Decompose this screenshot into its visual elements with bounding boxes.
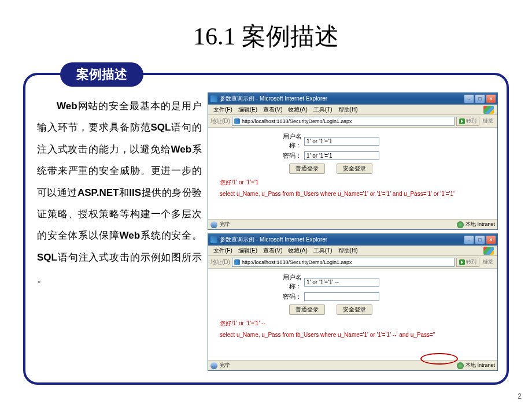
menu-help[interactable]: 帮助(H) (337, 106, 360, 114)
menu-file[interactable]: 文件(F) (212, 247, 234, 255)
close-button[interactable]: × (486, 235, 496, 244)
normal-login-button[interactable]: 普通登录 (289, 304, 325, 315)
address-bar: 地址(D) http://localhost:1038/SecurityDemo… (208, 115, 497, 128)
url-input[interactable]: http://localhost:1038/SecurityDemo/Login… (232, 258, 455, 267)
ie-window-1: 参数查询示例 - Microsoft Internet Explorer – □… (208, 92, 498, 230)
ie-icon (210, 236, 217, 243)
sql-output: select u_Name, u_Pass from tb_Users wher… (220, 190, 486, 198)
username-label: 用户名称： (272, 132, 304, 150)
close-button[interactable]: × (486, 94, 496, 103)
go-button[interactable]: 转到 (456, 258, 479, 267)
secure-login-button[interactable]: 安全登录 (337, 164, 372, 174)
username-input[interactable]: 1' or '1'='1 (304, 137, 379, 146)
sql-output: select u_Name, u_Pass from tb_Users wher… (220, 331, 486, 339)
greeting-text: 您好!1' or '1'='1' -- (220, 319, 486, 328)
username-input[interactable]: 1' or '1'='1' -- (304, 278, 379, 287)
menu-tools[interactable]: 工具(T) (312, 247, 334, 255)
zone-text: 本地 Intranet (466, 362, 495, 369)
go-icon (459, 259, 465, 265)
address-bar: 地址(D) http://localhost:1038/SecurityDemo… (208, 256, 497, 269)
menubar: 文件(F) 编辑(E) 查看(V) 收藏(A) 工具(T) 帮助(H) (208, 246, 497, 256)
url-text: http://localhost:1038/SecurityDemo/Login… (242, 259, 352, 265)
zone-text: 本地 Intranet (466, 221, 495, 228)
password-input[interactable] (304, 292, 379, 301)
greeting-text: 您好!1' or '1'='1 (220, 179, 486, 187)
window-title: 参数查询示例 - Microsoft Internet Explorer (220, 236, 327, 244)
username-label: 用户名称： (272, 273, 304, 291)
status-text: 完毕 (220, 362, 230, 369)
zone-icon (457, 221, 464, 228)
window-title: 参数查询示例 - Microsoft Internet Explorer (220, 95, 327, 103)
password-label: 密码： (272, 292, 304, 301)
slide-title: 16.1 案例描述 (0, 0, 532, 61)
menu-edit[interactable]: 编辑(E) (237, 247, 259, 255)
go-label: 转到 (466, 117, 476, 125)
secure-login-button[interactable]: 安全登录 (337, 304, 372, 315)
maximize-button[interactable]: □ (475, 94, 485, 103)
status-bar: 完毕 本地 Intranet (208, 360, 497, 370)
status-icon (210, 221, 217, 228)
menu-fav[interactable]: 收藏(A) (286, 106, 309, 114)
minimize-button[interactable]: – (464, 94, 474, 103)
page-number: 2 (518, 392, 522, 400)
password-label: 密码： (272, 151, 304, 160)
page-content: 用户名称： 1' or '1'='1' -- 密码： 普通登录 安全登录 您好!… (208, 269, 497, 360)
address-label: 地址(D) (210, 117, 230, 125)
page-content: 用户名称： 1' or '1'='1 密码： 1' or '1'='1 普通登录… (208, 128, 497, 219)
page-icon (234, 118, 240, 124)
minimize-button[interactable]: – (464, 235, 474, 244)
ie-titlebar: 参数查询示例 - Microsoft Internet Explorer – □… (208, 93, 497, 105)
status-bar: 完毕 本地 Intranet (208, 219, 497, 229)
menubar: 文件(F) 编辑(E) 查看(V) 收藏(A) 工具(T) 帮助(H) (208, 105, 497, 115)
links-label: 链接 (481, 117, 495, 125)
url-input[interactable]: http://localhost:1038/SecurityDemo/Login… (232, 117, 455, 126)
go-button[interactable]: 转到 (456, 117, 479, 126)
windows-logo-icon (483, 106, 494, 114)
content-box: 案例描述 Web网站的安全最基本的是用户输入环节，要求具备防范SQL语句的注入式… (23, 73, 509, 385)
go-label: 转到 (466, 258, 476, 266)
menu-help[interactable]: 帮助(H) (337, 247, 360, 255)
url-text: http://localhost:1038/SecurityDemo/Login… (242, 118, 352, 124)
menu-edit[interactable]: 编辑(E) (237, 106, 259, 114)
status-icon (210, 362, 217, 369)
windows-logo-icon (483, 247, 494, 255)
status-text: 完毕 (220, 221, 230, 228)
screenshots-column: 参数查询示例 - Microsoft Internet Explorer – □… (208, 92, 498, 374)
page-icon (234, 259, 240, 265)
password-input[interactable]: 1' or '1'='1 (304, 151, 379, 160)
go-icon (459, 118, 465, 124)
section-badge: 案例描述 (60, 62, 143, 87)
menu-view[interactable]: 查看(V) (261, 106, 284, 114)
menu-tools[interactable]: 工具(T) (312, 106, 334, 114)
zone-icon (457, 362, 464, 369)
maximize-button[interactable]: □ (475, 235, 485, 244)
body-paragraph: Web网站的安全最基本的是用户输入环节，要求具备防范SQL语句的注入式攻击的能力… (34, 92, 202, 374)
ie-titlebar: 参数查询示例 - Microsoft Internet Explorer – □… (208, 234, 497, 246)
normal-login-button[interactable]: 普通登录 (289, 164, 325, 174)
links-label: 链接 (481, 258, 495, 266)
menu-fav[interactable]: 收藏(A) (286, 247, 309, 255)
ie-icon (210, 95, 217, 102)
menu-view[interactable]: 查看(V) (261, 247, 284, 255)
ie-window-2: 参数查询示例 - Microsoft Internet Explorer – □… (208, 233, 498, 371)
address-label: 地址(D) (210, 258, 230, 266)
menu-file[interactable]: 文件(F) (212, 106, 234, 114)
